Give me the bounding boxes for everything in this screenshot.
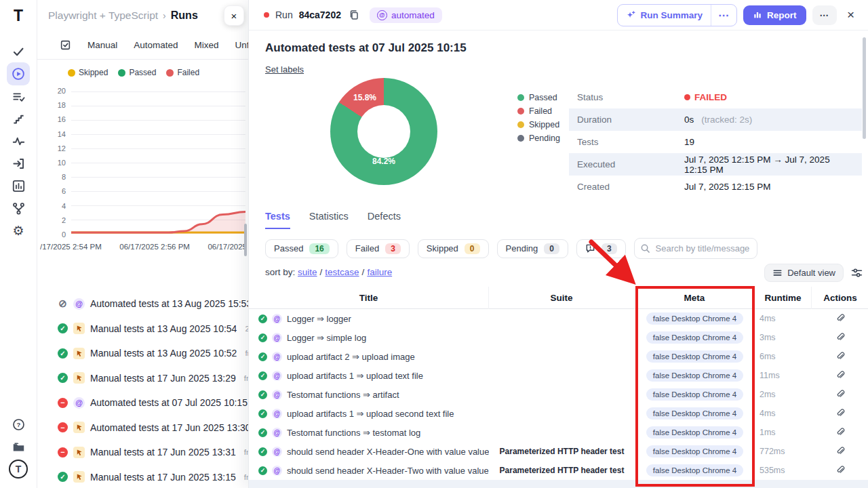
run-title: Manual tests at 13 Aug 2025 10:52 <box>90 348 237 359</box>
sidebar-item-settings[interactable]: ⚙ <box>7 219 30 242</box>
meta-cell: false Desktop Chrome 4 <box>635 426 755 439</box>
meta-badge: false Desktop Chrome 4 <box>646 331 743 344</box>
table-row[interactable]: ✓ @ should send header X-Header-Two with… <box>249 461 868 480</box>
table-row[interactable]: ✓ @ should send header X-Header-One with… <box>249 442 868 461</box>
comments-filter-chip[interactable]: 3 <box>576 239 626 258</box>
donut-legend-label: Pending <box>529 134 560 143</box>
info-value: 0s(tracked: 2s) <box>684 115 752 125</box>
runs-tab[interactable]: Manual <box>87 40 117 50</box>
filter-chip[interactable]: Passed 16 <box>265 239 338 258</box>
run-list-item[interactable]: ✓−⊘ @ Manual tests at 17 Jun 2025 13:31 … <box>37 440 248 465</box>
default-view-label: Default view <box>787 268 835 278</box>
runs-tab[interactable]: Mixed <box>195 40 219 50</box>
results-donut-chart[interactable]: 15.8% 84.2% <box>330 78 437 185</box>
attachment-icon[interactable] <box>835 447 845 456</box>
sidebar-item-projects[interactable] <box>7 435 30 458</box>
sidebar-item-analytics[interactable] <box>7 174 30 197</box>
filter-chip[interactable]: Skipped 0 <box>418 239 489 258</box>
attachment-icon[interactable] <box>835 352 845 361</box>
breadcrumb-project[interactable]: Playwright + TypeScript <box>48 9 158 22</box>
passed-icon: ✓ <box>258 466 267 475</box>
run-summary-button[interactable]: Run Summary <box>618 5 711 26</box>
table-row[interactable]: ✓ @ Logger ⇒ logger false Desktop Chrome… <box>249 309 868 328</box>
sort-link[interactable]: testcase <box>325 267 367 277</box>
panel-close-button[interactable]: × <box>224 5 244 26</box>
attachment-icon[interactable] <box>835 371 845 380</box>
app-logo[interactable]: T <box>14 7 23 25</box>
sidebar-item-runs[interactable] <box>7 62 30 85</box>
sidebar-item-pulse[interactable] <box>7 129 30 152</box>
attachment-icon[interactable] <box>835 466 845 475</box>
attachment-icon[interactable] <box>835 314 845 323</box>
detail-tab[interactable]: Defects <box>368 211 401 229</box>
run-list-item[interactable]: ✓−⊘ @ Automated tests at 13 Aug 2025 15:… <box>37 291 248 317</box>
column-settings-icon[interactable] <box>851 267 863 279</box>
sidebar-item-test-plans[interactable] <box>7 85 30 108</box>
detail-tab[interactable]: Tests <box>265 211 290 229</box>
select-runs-icon[interactable] <box>60 39 71 51</box>
attachment-icon[interactable] <box>835 390 845 399</box>
run-title: Manual tests at 17 Jun 2025 13:29 <box>90 373 236 384</box>
meta-badge: false Desktop Chrome 4 <box>646 312 743 325</box>
table-row[interactable]: ✓ @ upload artifacts 1 ⇒ upload second t… <box>249 404 868 423</box>
copy-run-id-button[interactable] <box>347 8 361 22</box>
runs-trend-chart[interactable] <box>71 92 245 234</box>
column-header[interactable]: Title <box>249 287 489 309</box>
sign-in-icon <box>12 157 25 170</box>
more-actions-button[interactable]: ⋯ <box>812 5 837 25</box>
sidebar-item-branches[interactable] <box>7 197 30 220</box>
filter-chip[interactable]: Pending 0 <box>497 239 568 258</box>
run-list-item[interactable]: ✓−⊘ @ Manual tests at 13 Aug 2025 10:52 … <box>37 341 248 366</box>
passed-icon: ✓ <box>258 314 267 323</box>
column-header[interactable]: Actions <box>812 287 868 309</box>
test-title: upload artifacts 1 ⇒ upload second text … <box>287 409 454 419</box>
filter-chip[interactable]: Failed 3 <box>347 239 410 258</box>
detail-tab[interactable]: Statistics <box>309 211 349 229</box>
run-list-item[interactable]: ✓−⊘ @ Automated tests at 17 Jun 2025 13:… <box>37 415 248 441</box>
table-row[interactable]: ✓ @ Testomat functions ⇒ testomat log fa… <box>249 423 868 442</box>
info-row: Duration 0s(tracked: 2s) <box>569 108 862 131</box>
runs-tab[interactable]: Unfinished <box>235 40 248 50</box>
run-list-item[interactable]: ✓−⊘ @ Manual tests at 17 Jun 2025 13:15 … <box>37 465 248 488</box>
table-row[interactable]: ✓ @ Testomat functions ⇒ artifact false … <box>249 385 868 404</box>
column-header[interactable]: Meta <box>635 287 755 309</box>
run-summary-more-button[interactable]: ⋯ <box>711 5 736 26</box>
table-row[interactable]: ✓ @ Logger ⇒ simple log false Desktop Ch… <box>249 328 868 347</box>
sidebar-item-steps[interactable] <box>7 107 30 130</box>
run-list-item[interactable]: ✓−⊘ @ Manual tests at 17 Jun 2025 13:29 … <box>37 366 248 391</box>
column-header[interactable]: Runtime <box>755 287 812 309</box>
meta-badge: false Desktop Chrome 4 <box>646 445 743 458</box>
test-title-cell: ✓ @ Testomat functions ⇒ artifact <box>249 390 489 400</box>
sidebar-item-tests[interactable] <box>7 40 30 63</box>
user-avatar[interactable]: T <box>7 458 30 481</box>
detail-content: Automated tests at 07 Jul 2025 10:15 Set… <box>249 30 868 488</box>
run-list-item[interactable]: ✓−⊘ @ Automated tests at 07 Jul 2025 10:… <box>37 390 248 415</box>
detail-scrollbar[interactable] <box>863 37 866 139</box>
runs-tab[interactable]: Automated <box>134 40 178 50</box>
attachment-icon[interactable] <box>835 333 845 342</box>
runtime-cell: 1ms <box>755 428 812 437</box>
sidebar-item-help[interactable]: ? <box>7 413 30 436</box>
column-header[interactable]: Suite <box>489 287 635 309</box>
report-button[interactable]: Report <box>743 5 806 25</box>
detail-close-button[interactable]: × <box>843 6 859 24</box>
close-icon: × <box>231 10 237 22</box>
filter-chip-count: 16 <box>309 243 329 254</box>
run-type-icon: @ <box>73 298 85 310</box>
search-input[interactable] <box>634 238 757 259</box>
sidebar-item-import[interactable] <box>7 152 30 175</box>
table-row[interactable]: ✓ @ upload artifacts 1 ⇒ upload text fil… <box>249 366 868 385</box>
attachment-icon[interactable] <box>835 409 845 418</box>
sort-link[interactable]: failure <box>367 267 392 277</box>
left-panel-scrollbar[interactable] <box>244 224 247 256</box>
run-list-item[interactable]: ✓−⊘ @ Manual tests at 13 Aug 2025 10:54 … <box>37 317 248 342</box>
sort-link[interactable]: suite <box>298 267 325 277</box>
comments-count: 3 <box>601 243 617 254</box>
table-row[interactable]: ✓ @ upload artifact 2 ⇒ upload image fal… <box>249 347 868 366</box>
set-labels-link[interactable]: Set labels <box>265 64 304 75</box>
attachment-icon[interactable] <box>835 428 845 437</box>
default-view-button[interactable]: Default view <box>764 264 844 282</box>
run-title: Automated tests at 13 Aug 2025 15:53 <box>90 298 248 309</box>
automated-badge[interactable]: @ automated <box>370 7 442 23</box>
info-value: 19 <box>684 137 702 147</box>
